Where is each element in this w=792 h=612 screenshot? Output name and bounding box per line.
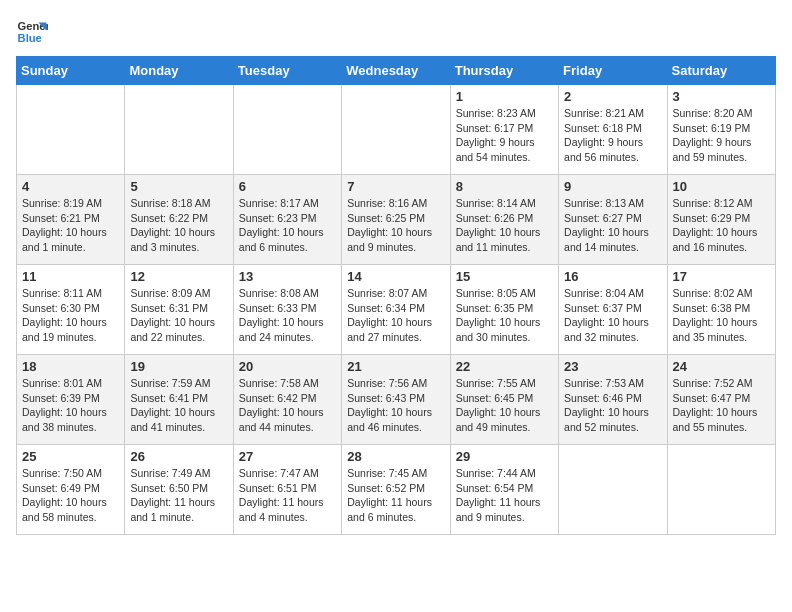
day-number: 22 bbox=[456, 359, 553, 374]
calendar-table: SundayMondayTuesdayWednesdayThursdayFrid… bbox=[16, 56, 776, 535]
day-info: Sunrise: 8:20 AM bbox=[673, 106, 770, 121]
day-info: Sunrise: 8:07 AM bbox=[347, 286, 444, 301]
day-info: Sunrise: 7:58 AM bbox=[239, 376, 336, 391]
day-info: and 35 minutes. bbox=[673, 330, 770, 345]
day-info: and 6 minutes. bbox=[347, 510, 444, 525]
day-info: Sunset: 6:34 PM bbox=[347, 301, 444, 316]
day-info: Sunset: 6:27 PM bbox=[564, 211, 661, 226]
day-info: Sunrise: 8:11 AM bbox=[22, 286, 119, 301]
day-info: and 14 minutes. bbox=[564, 240, 661, 255]
day-cell: 15Sunrise: 8:05 AMSunset: 6:35 PMDayligh… bbox=[450, 265, 558, 355]
day-info: Sunrise: 7:59 AM bbox=[130, 376, 227, 391]
day-header-thursday: Thursday bbox=[450, 57, 558, 85]
day-info: Sunset: 6:50 PM bbox=[130, 481, 227, 496]
day-number: 24 bbox=[673, 359, 770, 374]
day-info: Sunrise: 7:49 AM bbox=[130, 466, 227, 481]
day-number: 29 bbox=[456, 449, 553, 464]
day-info: Sunrise: 8:12 AM bbox=[673, 196, 770, 211]
day-info: Sunrise: 7:56 AM bbox=[347, 376, 444, 391]
day-number: 6 bbox=[239, 179, 336, 194]
day-info: and 30 minutes. bbox=[456, 330, 553, 345]
day-info: Daylight: 11 hours bbox=[130, 495, 227, 510]
day-header-wednesday: Wednesday bbox=[342, 57, 450, 85]
day-cell: 19Sunrise: 7:59 AMSunset: 6:41 PMDayligh… bbox=[125, 355, 233, 445]
day-cell: 11Sunrise: 8:11 AMSunset: 6:30 PMDayligh… bbox=[17, 265, 125, 355]
day-info: Daylight: 9 hours bbox=[673, 135, 770, 150]
day-info: Sunset: 6:47 PM bbox=[673, 391, 770, 406]
day-number: 25 bbox=[22, 449, 119, 464]
day-cell: 29Sunrise: 7:44 AMSunset: 6:54 PMDayligh… bbox=[450, 445, 558, 535]
day-cell: 16Sunrise: 8:04 AMSunset: 6:37 PMDayligh… bbox=[559, 265, 667, 355]
day-info: Sunset: 6:39 PM bbox=[22, 391, 119, 406]
week-row-4: 18Sunrise: 8:01 AMSunset: 6:39 PMDayligh… bbox=[17, 355, 776, 445]
day-info: Sunrise: 7:55 AM bbox=[456, 376, 553, 391]
day-cell: 9Sunrise: 8:13 AMSunset: 6:27 PMDaylight… bbox=[559, 175, 667, 265]
day-info: and 19 minutes. bbox=[22, 330, 119, 345]
day-info: Daylight: 9 hours bbox=[564, 135, 661, 150]
day-number: 16 bbox=[564, 269, 661, 284]
day-cell: 2Sunrise: 8:21 AMSunset: 6:18 PMDaylight… bbox=[559, 85, 667, 175]
day-info: Daylight: 10 hours bbox=[456, 315, 553, 330]
day-cell: 24Sunrise: 7:52 AMSunset: 6:47 PMDayligh… bbox=[667, 355, 775, 445]
day-info: Sunset: 6:33 PM bbox=[239, 301, 336, 316]
day-info: Daylight: 11 hours bbox=[347, 495, 444, 510]
day-info: Sunset: 6:51 PM bbox=[239, 481, 336, 496]
day-info: Sunrise: 8:16 AM bbox=[347, 196, 444, 211]
day-info: Daylight: 10 hours bbox=[239, 315, 336, 330]
calendar-body: 1Sunrise: 8:23 AMSunset: 6:17 PMDaylight… bbox=[17, 85, 776, 535]
logo-icon: General Blue bbox=[16, 16, 48, 48]
day-info: Sunset: 6:52 PM bbox=[347, 481, 444, 496]
day-info: and 38 minutes. bbox=[22, 420, 119, 435]
day-info: and 4 minutes. bbox=[239, 510, 336, 525]
week-row-5: 25Sunrise: 7:50 AMSunset: 6:49 PMDayligh… bbox=[17, 445, 776, 535]
calendar-header-row: SundayMondayTuesdayWednesdayThursdayFrid… bbox=[17, 57, 776, 85]
day-number: 12 bbox=[130, 269, 227, 284]
day-cell: 21Sunrise: 7:56 AMSunset: 6:43 PMDayligh… bbox=[342, 355, 450, 445]
day-cell: 4Sunrise: 8:19 AMSunset: 6:21 PMDaylight… bbox=[17, 175, 125, 265]
day-info: Sunset: 6:23 PM bbox=[239, 211, 336, 226]
day-info: Daylight: 10 hours bbox=[564, 405, 661, 420]
day-info: Daylight: 10 hours bbox=[22, 405, 119, 420]
day-info: and 54 minutes. bbox=[456, 150, 553, 165]
day-cell: 7Sunrise: 8:16 AMSunset: 6:25 PMDaylight… bbox=[342, 175, 450, 265]
day-info: Daylight: 10 hours bbox=[22, 315, 119, 330]
day-info: Sunrise: 8:04 AM bbox=[564, 286, 661, 301]
day-info: Daylight: 10 hours bbox=[130, 225, 227, 240]
day-info: Sunrise: 8:09 AM bbox=[130, 286, 227, 301]
day-cell: 28Sunrise: 7:45 AMSunset: 6:52 PMDayligh… bbox=[342, 445, 450, 535]
day-cell bbox=[17, 85, 125, 175]
day-info: Daylight: 10 hours bbox=[456, 225, 553, 240]
day-cell: 6Sunrise: 8:17 AMSunset: 6:23 PMDaylight… bbox=[233, 175, 341, 265]
day-info: Sunset: 6:35 PM bbox=[456, 301, 553, 316]
day-info: Daylight: 10 hours bbox=[22, 495, 119, 510]
day-info: Sunset: 6:30 PM bbox=[22, 301, 119, 316]
day-cell: 14Sunrise: 8:07 AMSunset: 6:34 PMDayligh… bbox=[342, 265, 450, 355]
day-info: and 16 minutes. bbox=[673, 240, 770, 255]
day-info: and 58 minutes. bbox=[22, 510, 119, 525]
day-info: and 9 minutes. bbox=[456, 510, 553, 525]
day-info: and 55 minutes. bbox=[673, 420, 770, 435]
day-cell bbox=[125, 85, 233, 175]
day-number: 4 bbox=[22, 179, 119, 194]
day-cell: 25Sunrise: 7:50 AMSunset: 6:49 PMDayligh… bbox=[17, 445, 125, 535]
day-info: Daylight: 10 hours bbox=[239, 405, 336, 420]
day-info: and 9 minutes. bbox=[347, 240, 444, 255]
day-number: 27 bbox=[239, 449, 336, 464]
day-info: and 11 minutes. bbox=[456, 240, 553, 255]
day-number: 9 bbox=[564, 179, 661, 194]
day-info: Daylight: 10 hours bbox=[130, 405, 227, 420]
day-info: and 22 minutes. bbox=[130, 330, 227, 345]
day-number: 1 bbox=[456, 89, 553, 104]
day-cell bbox=[342, 85, 450, 175]
day-info: Sunset: 6:37 PM bbox=[564, 301, 661, 316]
day-info: Daylight: 10 hours bbox=[673, 405, 770, 420]
week-row-1: 1Sunrise: 8:23 AMSunset: 6:17 PMDaylight… bbox=[17, 85, 776, 175]
day-info: Sunset: 6:43 PM bbox=[347, 391, 444, 406]
day-info: Sunrise: 7:52 AM bbox=[673, 376, 770, 391]
day-info: Sunrise: 8:08 AM bbox=[239, 286, 336, 301]
day-info: Sunset: 6:29 PM bbox=[673, 211, 770, 226]
day-info: Sunset: 6:25 PM bbox=[347, 211, 444, 226]
day-cell: 12Sunrise: 8:09 AMSunset: 6:31 PMDayligh… bbox=[125, 265, 233, 355]
day-header-sunday: Sunday bbox=[17, 57, 125, 85]
day-info: and 1 minute. bbox=[22, 240, 119, 255]
